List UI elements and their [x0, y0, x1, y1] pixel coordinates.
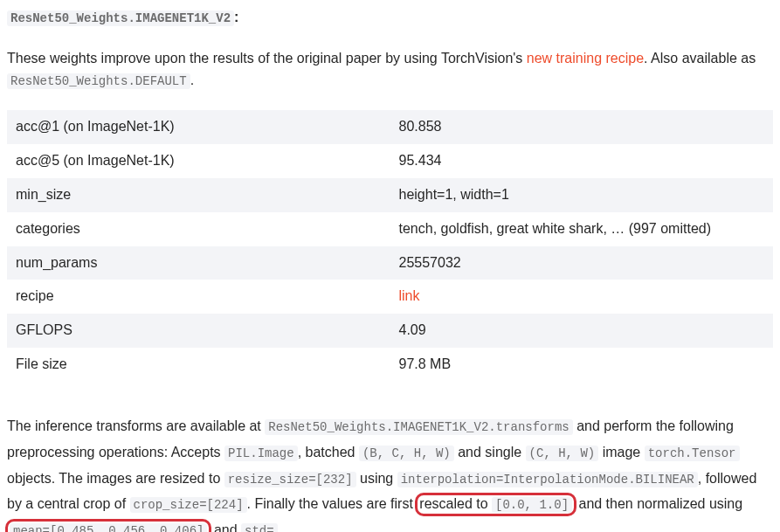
tf-code: ResNet50_Weights.IMAGENET1K_V2.transform…	[265, 419, 572, 435]
metric-key: categories	[7, 212, 390, 246]
training-recipe-link[interactable]: new training recipe	[527, 51, 644, 66]
intro-text: These weights improve upon the results o…	[7, 51, 527, 66]
metric-key: GFLOPS	[7, 314, 390, 348]
hl-code: [0.0, 1.0]	[492, 497, 572, 513]
metric-value: 4.09	[390, 314, 774, 348]
metrics-table: acc@1 (on ImageNet-1K)80.858acc@5 (on Im…	[7, 110, 773, 381]
table-row: acc@1 (on ImageNet-1K)80.858	[7, 110, 773, 144]
tf-text: The inference transforms are available a…	[7, 418, 265, 433]
intro-text: . Also available as	[644, 51, 756, 66]
intro-text: .	[190, 73, 194, 87]
metric-value: 80.858	[390, 110, 774, 144]
tf-code: crop_size=[224]	[130, 497, 247, 513]
metrics-tbody: acc@1 (on ImageNet-1K)80.858acc@5 (on Im…	[7, 110, 773, 381]
tf-code: (B, C, H, W)	[359, 446, 454, 461]
metric-key: acc@1 (on ImageNet-1K)	[7, 110, 390, 144]
tf-code: std=	[241, 523, 278, 532]
metric-value: 95.434	[390, 144, 774, 178]
hl-text: rescaled to	[419, 496, 492, 511]
table-row: categoriestench, goldfish, great white s…	[7, 212, 773, 246]
tf-code: PIL.Image	[224, 446, 298, 461]
metric-value: 97.8 MB	[390, 348, 774, 382]
table-row: GFLOPS4.09	[7, 314, 773, 348]
transforms-paragraph: The inference transforms are available a…	[7, 413, 773, 532]
tf-text: , batched	[298, 445, 359, 459]
title-colon: :	[234, 10, 238, 24]
table-row: acc@5 (on ImageNet-1K)95.434	[7, 144, 773, 178]
highlight-rescale: rescaled to [0.0, 1.0]	[415, 493, 576, 516]
metric-key: min_size	[7, 178, 390, 212]
title-code: ResNet50_Weights.IMAGENET1K_V2	[7, 10, 234, 26]
metric-value: 25557032	[390, 246, 774, 280]
tf-text: and	[210, 522, 241, 532]
tf-text: and then normalized using	[575, 496, 742, 511]
metric-key: acc@5 (on ImageNet-1K)	[7, 144, 390, 178]
table-row: File size97.8 MB	[7, 348, 773, 382]
table-row: recipelink	[7, 280, 773, 314]
metric-value: link	[390, 280, 774, 314]
metric-key: File size	[7, 348, 390, 382]
metric-key: recipe	[7, 280, 390, 314]
metric-key: num_params	[7, 246, 390, 280]
tf-code: interpolation=InterpolationMode.BILINEAR	[397, 472, 698, 487]
metric-value: height=1, width=1	[390, 178, 774, 212]
table-row: num_params25557032	[7, 246, 773, 280]
tf-text: . Finally the values are first	[247, 496, 418, 511]
tf-text: and single	[454, 445, 526, 459]
tf-text: image	[598, 445, 644, 459]
tf-code: (C, H, W)	[526, 446, 599, 461]
tf-text: objects. The images are resized to	[7, 471, 224, 486]
tf-code: torch.Tensor	[645, 446, 740, 461]
recipe-link[interactable]: link	[399, 288, 420, 303]
tf-code: resize_size=[232]	[224, 472, 356, 487]
tf-text: using	[356, 471, 397, 486]
hl-code: mean=[0.485, 0.456, 0.406]	[10, 523, 207, 532]
metric-value: tench, goldfish, great white shark, … (9…	[390, 212, 774, 246]
intro-paragraph: These weights improve upon the results o…	[7, 48, 773, 92]
page-title: ResNet50_Weights.IMAGENET1K_V2:	[7, 7, 773, 29]
default-weights-code: ResNet50_Weights.DEFAULT	[7, 73, 190, 89]
table-row: min_sizeheight=1, width=1	[7, 178, 773, 212]
highlight-mean: mean=[0.485, 0.456, 0.406]	[5, 519, 211, 532]
